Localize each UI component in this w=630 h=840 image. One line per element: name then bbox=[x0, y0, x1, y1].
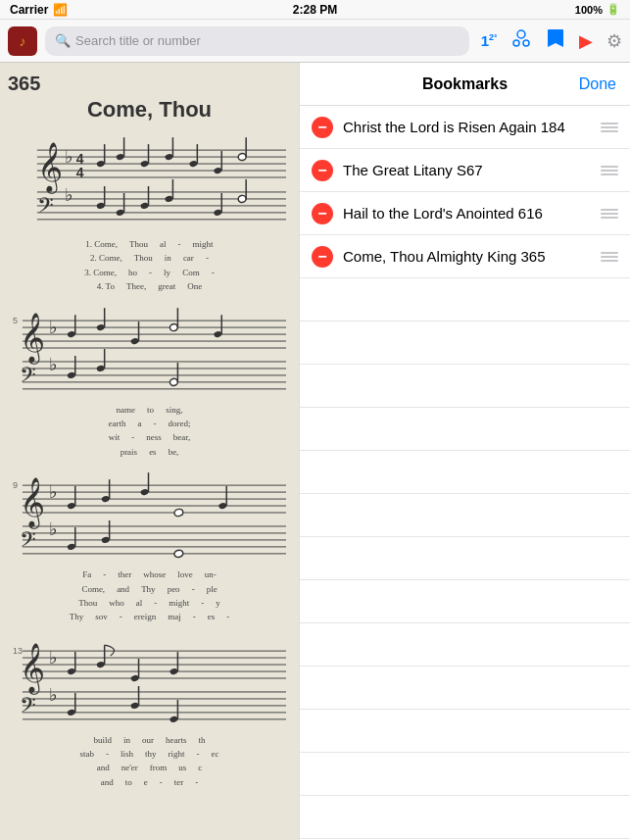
search-bar[interactable]: 🔍 Search title or number bbox=[45, 26, 469, 56]
svg-point-55 bbox=[96, 323, 105, 331]
toolbar-icons: 12³ ▶ ⚙ bbox=[481, 27, 622, 54]
svg-point-2 bbox=[523, 40, 529, 46]
bookmarks-header: Bookmarks Done bbox=[300, 63, 630, 106]
svg-text:♭: ♭ bbox=[49, 685, 57, 705]
app-icon[interactable]: ♪ bbox=[8, 26, 37, 56]
minus-icon: − bbox=[317, 120, 326, 135]
svg-text:♭: ♭ bbox=[49, 648, 57, 667]
empty-row bbox=[300, 796, 630, 839]
empty-row bbox=[300, 365, 630, 408]
svg-point-33 bbox=[96, 202, 105, 210]
lyrics-4: buildinourheartsth stab-lishthyright-ec … bbox=[8, 733, 291, 790]
svg-text:♭: ♭ bbox=[49, 354, 57, 373]
svg-point-61 bbox=[214, 330, 222, 338]
wifi-icon: 📶 bbox=[53, 3, 68, 17]
svg-point-0 bbox=[517, 30, 525, 38]
bookmark-delete-button[interactable]: − bbox=[312, 203, 333, 224]
drag-handle[interactable] bbox=[601, 209, 618, 219]
settings-icon[interactable]: ⚙ bbox=[606, 30, 622, 52]
sort-icon[interactable] bbox=[510, 27, 532, 54]
lyrics-1: 1. Come,Thoual-might 2. Come,Thouincar- … bbox=[8, 237, 291, 294]
bookmark-text: Come, Thou Almighty King 365 bbox=[343, 248, 591, 265]
svg-point-115 bbox=[67, 667, 75, 675]
search-icon: 🔍 bbox=[55, 33, 71, 48]
bookmark-text: Christ the Lord is Risen Again 184 bbox=[343, 119, 591, 135]
svg-point-39 bbox=[165, 195, 173, 203]
drag-handle[interactable] bbox=[601, 123, 618, 132]
bookmarks-list: − Christ the Lord is Risen Again 184 − T… bbox=[300, 106, 630, 840]
empty-row bbox=[300, 537, 630, 580]
svg-point-41 bbox=[214, 209, 222, 217]
hymn-title: Come, Thou bbox=[8, 97, 291, 123]
empty-row bbox=[300, 580, 630, 623]
svg-text:.: . bbox=[181, 509, 183, 518]
svg-point-18 bbox=[165, 153, 173, 161]
lyrics-3: Fa-therwhoseloveun- Come,andThypeo-ple T… bbox=[8, 568, 291, 624]
bookmarks-title: Bookmarks bbox=[422, 75, 508, 93]
svg-point-86 bbox=[101, 495, 110, 503]
empty-row bbox=[300, 667, 630, 710]
svg-point-84 bbox=[67, 502, 75, 510]
music-section-2: 5 𝄞 ♭ bbox=[8, 306, 291, 460]
empty-row bbox=[300, 623, 630, 667]
empty-row bbox=[300, 408, 630, 451]
bookmark-delete-button[interactable]: − bbox=[312, 246, 333, 268]
svg-point-72 bbox=[96, 365, 105, 372]
svg-point-130 bbox=[67, 709, 75, 716]
svg-text:𝄞: 𝄞 bbox=[37, 142, 63, 194]
svg-point-92 bbox=[218, 502, 227, 510]
bookmarks-done-button[interactable]: Done bbox=[579, 75, 616, 93]
svg-text:𝄢: 𝄢 bbox=[20, 363, 36, 391]
svg-text:𝄞: 𝄞 bbox=[20, 643, 45, 695]
bookmark-item[interactable]: − Christ the Lord is Risen Again 184 bbox=[300, 106, 630, 149]
svg-point-121 bbox=[170, 667, 178, 675]
bookmark-delete-button[interactable]: − bbox=[312, 160, 333, 181]
status-time: 2:28 PM bbox=[293, 3, 337, 17]
svg-text:𝄢: 𝄢 bbox=[20, 528, 36, 557]
svg-point-57 bbox=[130, 337, 139, 345]
bookmarks-panel: Bookmarks Done − Christ the Lord is Rise… bbox=[299, 63, 630, 840]
toolbar: ♪ 🔍 Search title or number 12³ ▶ ⚙ bbox=[0, 20, 630, 63]
bookmark-icon[interactable] bbox=[546, 27, 565, 54]
music-section-1: 𝄞 ♭ 4 4 bbox=[8, 130, 291, 294]
svg-text:𝄞: 𝄞 bbox=[20, 477, 45, 529]
search-placeholder: Search title or number bbox=[75, 33, 201, 48]
svg-text:♭: ♭ bbox=[65, 185, 73, 205]
bookmark-text: Hail to the Lord's Anointed 616 bbox=[343, 205, 591, 222]
lyrics-2: nametosing, eartha-dored; wit-nessbear, … bbox=[8, 403, 291, 460]
bookmark-item[interactable]: − Come, Thou Almighty King 365 bbox=[300, 235, 630, 278]
play-icon[interactable]: ▶ bbox=[579, 30, 593, 52]
numbered-list-icon[interactable]: 12³ bbox=[481, 32, 497, 49]
app-icon-label: ♪ bbox=[20, 33, 26, 49]
svg-point-88 bbox=[140, 488, 149, 496]
battery-icon: 🔋 bbox=[606, 3, 620, 16]
svg-point-1 bbox=[513, 40, 519, 46]
svg-point-14 bbox=[116, 153, 124, 161]
drag-handle[interactable] bbox=[601, 252, 618, 262]
music-staff-3: 9 𝄞 ♭ . bbox=[8, 470, 291, 564]
drag-handle[interactable] bbox=[601, 166, 618, 175]
svg-text:♭: ♭ bbox=[49, 482, 57, 502]
svg-text:𝄢: 𝄢 bbox=[20, 694, 36, 722]
minus-icon: − bbox=[317, 163, 326, 178]
status-left: Carrier 📶 bbox=[10, 3, 68, 17]
svg-point-12 bbox=[96, 160, 105, 168]
empty-row bbox=[300, 494, 630, 537]
svg-text:♭: ♭ bbox=[49, 519, 57, 539]
svg-point-16 bbox=[140, 160, 149, 168]
svg-text:♭: ♭ bbox=[49, 318, 57, 337]
bookmark-item[interactable]: − Hail to the Lord's Anointed 616 bbox=[300, 192, 630, 235]
status-bar: Carrier 📶 2:28 PM 100% 🔋 bbox=[0, 0, 630, 20]
svg-point-103 bbox=[101, 536, 110, 544]
bookmark-delete-button[interactable]: − bbox=[312, 117, 333, 138]
svg-text:9: 9 bbox=[13, 480, 18, 490]
svg-point-70 bbox=[67, 371, 75, 379]
svg-text:𝄢: 𝄢 bbox=[37, 194, 54, 222]
svg-text:𝄞: 𝄞 bbox=[20, 313, 45, 365]
hymn-number: 365 bbox=[8, 73, 291, 95]
svg-point-20 bbox=[189, 160, 198, 168]
svg-text:5: 5 bbox=[13, 316, 18, 325]
bookmark-item[interactable]: − The Great Litany S67 bbox=[300, 149, 630, 192]
svg-point-37 bbox=[140, 202, 149, 210]
carrier-label: Carrier bbox=[10, 3, 48, 17]
